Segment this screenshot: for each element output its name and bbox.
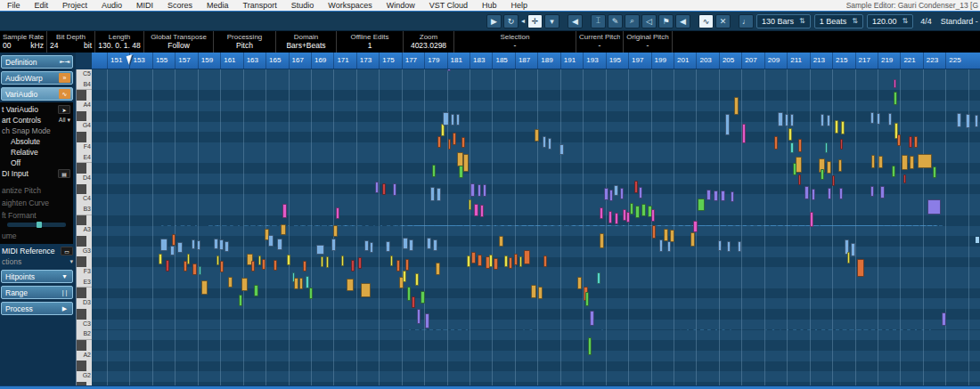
variaudio-segment[interactable] xyxy=(228,277,233,288)
variaudio-segment[interactable] xyxy=(281,224,286,235)
variaudio-segment[interactable] xyxy=(347,279,354,291)
tempo-field[interactable]: 120.00⇅ xyxy=(867,14,913,28)
menu-item-vst-cloud[interactable]: VST Cloud xyxy=(422,1,475,10)
variaudio-segment[interactable] xyxy=(489,255,493,267)
variaudio-segment[interactable] xyxy=(364,240,369,251)
variaudio-segment[interactable] xyxy=(600,233,604,248)
variaudio-segment[interactable] xyxy=(375,182,379,193)
autoscroll-options-dropdown[interactable]: ▾ xyxy=(544,14,559,28)
variaudio-segment[interactable] xyxy=(714,190,718,201)
variaudio-segment[interactable] xyxy=(639,187,642,199)
variaudio-segment[interactable] xyxy=(166,260,169,271)
variaudio-segment[interactable] xyxy=(615,213,618,224)
variaudio-segment[interactable] xyxy=(790,142,794,153)
piano-key-d3[interactable]: D3 xyxy=(77,298,92,309)
variaudio-segment[interactable] xyxy=(177,242,183,253)
variaudio-segment[interactable] xyxy=(441,124,445,136)
variaudio-segment[interactable] xyxy=(403,271,406,282)
inspector-item-pitch-snap-relative[interactable]: Relative xyxy=(0,147,73,158)
variaudio-segment[interactable] xyxy=(258,255,261,265)
variaudio-segment[interactable] xyxy=(199,266,201,275)
shift-formant-slider[interactable] xyxy=(7,223,66,227)
tempo-field-stepper[interactable]: ⇅ xyxy=(902,17,909,25)
inspector-item-edit-variaudio[interactable]: t VariAudio➤ xyxy=(0,104,73,115)
piano-key-e4[interactable]: E4 xyxy=(77,153,92,164)
algorithm-dropdown[interactable]: Standard - Solo▼ xyxy=(937,14,980,28)
variaudio-segment[interactable] xyxy=(825,142,828,153)
shift-formant-slider-handle[interactable] xyxy=(37,222,42,228)
variaudio-segment[interactable] xyxy=(821,169,824,180)
variaudio-segment[interactable] xyxy=(641,204,646,216)
variaudio-segment[interactable] xyxy=(336,207,339,219)
variaudio-segment[interactable] xyxy=(914,136,918,148)
variaudio-segment[interactable] xyxy=(894,79,896,88)
variaudio-segment[interactable] xyxy=(927,199,941,215)
variaudio-segment[interactable] xyxy=(839,188,843,199)
variaudio-segment[interactable] xyxy=(577,277,582,289)
variaudio-segment[interactable] xyxy=(483,184,486,197)
variaudio-segment[interactable] xyxy=(785,114,788,126)
variaudio-segment[interactable] xyxy=(531,285,536,298)
variaudio-segment[interactable] xyxy=(432,165,436,177)
variaudio-segment[interactable] xyxy=(727,241,731,252)
variaudio-segment[interactable] xyxy=(588,337,592,355)
info-selection[interactable]: Selection- xyxy=(454,31,576,53)
piano-key-fs4[interactable] xyxy=(77,132,92,142)
length-bars-field[interactable]: 130 Bars⇅ xyxy=(756,14,811,28)
variaudio-segment[interactable] xyxy=(535,129,539,142)
variaudio-segment[interactable] xyxy=(870,186,874,197)
variaudio-segment[interactable] xyxy=(659,239,663,252)
variaudio-segment[interactable] xyxy=(910,156,914,169)
variaudio-segment[interactable] xyxy=(499,236,503,247)
variaudio-segment[interactable] xyxy=(262,259,265,270)
info-sample-rate[interactable]: Sample Rate00kHz xyxy=(0,31,47,53)
piano-key-fs3[interactable] xyxy=(77,256,92,267)
variaudio-segment[interactable] xyxy=(494,258,498,270)
zoom-tool[interactable]: ⌕ xyxy=(625,14,640,28)
variaudio-segment[interactable] xyxy=(201,280,208,295)
variaudio-segment[interactable] xyxy=(331,239,336,251)
variaudio-segment[interactable] xyxy=(667,241,671,252)
variaudio-segment[interactable] xyxy=(652,225,656,239)
beats-field[interactable]: 1 Beats⇅ xyxy=(814,14,863,28)
inspector-tab-process[interactable]: Process▶ xyxy=(1,302,73,315)
variaudio-segment[interactable] xyxy=(902,155,908,170)
variaudio-segment[interactable] xyxy=(459,166,463,178)
variaudio-segment[interactable] xyxy=(299,278,303,289)
piano-key-gs3[interactable] xyxy=(77,236,92,247)
variaudio-segment[interactable] xyxy=(975,115,978,127)
variaudio-segment[interactable] xyxy=(742,124,746,143)
variaudio-segment[interactable] xyxy=(370,242,373,253)
piano-key-a2[interactable]: A2 xyxy=(77,351,92,361)
variaudio-segment[interactable] xyxy=(409,239,413,251)
piano-key-gs4[interactable] xyxy=(77,111,92,122)
inspector-item-functions[interactable]: ctions▾ xyxy=(0,256,76,267)
variaudio-segment[interactable] xyxy=(456,114,460,126)
variaudio-segment[interactable] xyxy=(321,256,323,267)
collapse-arrow-icon[interactable]: ◂ xyxy=(521,17,525,25)
variaudio-segment[interactable] xyxy=(469,199,471,210)
variaudio-segment[interactable] xyxy=(430,187,435,201)
piano-key-g3[interactable]: G3 xyxy=(77,247,92,257)
variaudio-segment[interactable] xyxy=(538,287,543,299)
piano-key-cs3[interactable] xyxy=(77,309,92,320)
piano-key-cs4[interactable] xyxy=(77,184,92,195)
variaudio-segment[interactable] xyxy=(957,113,961,127)
variaudio-editor-canvas[interactable] xyxy=(92,69,980,385)
variaudio-segment[interactable] xyxy=(894,92,897,105)
variaudio-segment[interactable] xyxy=(220,261,224,272)
variaudio-segment[interactable] xyxy=(903,174,906,183)
variaudio-segment[interactable] xyxy=(664,229,668,241)
draw-tool[interactable]: ✎ xyxy=(608,14,623,28)
variaudio-segment[interactable] xyxy=(734,97,739,115)
variaudio-segment[interactable] xyxy=(635,206,640,218)
variaudio-segment[interactable] xyxy=(187,254,190,264)
variaudio-segment[interactable] xyxy=(847,252,850,263)
variaudio-segment[interactable] xyxy=(382,183,386,195)
piano-key-c5[interactable]: C5 xyxy=(77,69,92,80)
play-button[interactable]: ▶ xyxy=(486,14,502,28)
variaudio-segment[interactable] xyxy=(407,287,411,301)
variaudio-segment[interactable] xyxy=(942,312,946,326)
info-processing[interactable]: ProcessingPitch xyxy=(214,31,276,53)
variaudio-segment[interactable] xyxy=(447,69,451,71)
